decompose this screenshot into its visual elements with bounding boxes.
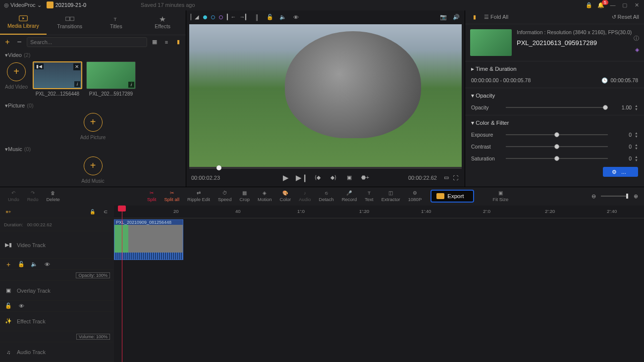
exposure-value[interactable]: 0 <box>611 132 632 138</box>
resolution-button[interactable]: ⚙1080P <box>404 190 426 202</box>
snap-start-icon[interactable]: ▎← <box>227 13 236 22</box>
color-filter-more-button[interactable]: ⚙ … <box>603 167 638 177</box>
opacity-spinner[interactable]: ▲▼ <box>635 104 638 111</box>
record-button[interactable]: 🎤Record <box>338 190 361 202</box>
opacity-value[interactable]: 1.00 <box>611 104 632 110</box>
tab-titles[interactable]: T Titles <box>93 10 140 35</box>
picture-section-header[interactable]: ▾ Picture (0) <box>5 103 181 109</box>
fit-size-button[interactable]: ▣Fit Size <box>489 190 513 202</box>
add-media-button[interactable]: + <box>3 38 12 47</box>
motion-button[interactable]: ◈Motion <box>254 190 276 202</box>
exposure-spinner[interactable]: ▲▼ <box>635 131 638 138</box>
add-video-button[interactable]: + <box>7 62 26 81</box>
tab-transitions[interactable]: Transitions <box>47 10 93 35</box>
notification-icon[interactable]: 🔔5 <box>597 2 604 8</box>
magnet-icon[interactable]: ⊂ <box>101 207 110 216</box>
track-lock-icon[interactable]: 🔓 <box>17 260 26 269</box>
export-button[interactable]: Export <box>430 190 474 203</box>
audio-button[interactable]: ♪Audio <box>295 190 315 202</box>
marker-blue[interactable] <box>211 15 215 19</box>
timeline-ruler[interactable]: 20 40 1':0 1':20 1':40 2':0 2':20 2':40 <box>114 206 644 218</box>
extractor-button[interactable]: ◫Extractor <box>377 190 404 202</box>
crop-button[interactable]: ▦Crop <box>235 190 254 202</box>
add-track-button[interactable]: ≡+ <box>4 207 13 216</box>
remove-media-button[interactable]: − <box>15 38 24 47</box>
tab-media-library[interactable]: Media Library <box>0 10 47 35</box>
panel-toggle-icon[interactable]: ▮ <box>174 38 183 47</box>
marker-tool-icon[interactable]: ▏◢ <box>190 13 199 22</box>
saturation-spinner[interactable]: ▲▼ <box>635 155 638 162</box>
project-name[interactable]: 202109-21-0 <box>55 2 86 8</box>
speed-button[interactable]: ⏱Speed <box>214 190 235 202</box>
media-thumb-1[interactable]: ▮◀ ✕ i PXL_202...1256448 <box>33 61 82 97</box>
eye-toggle-icon[interactable]: 👁 <box>291 13 300 22</box>
lock-icon[interactable]: 🔒 <box>586 1 592 8</box>
list-view-icon[interactable]: ≡ <box>162 38 171 47</box>
crop-preview-icon[interactable]: ▣ <box>345 173 354 182</box>
tab-effects[interactable]: Effects <box>139 10 186 35</box>
split-button[interactable]: ✂Split <box>143 190 160 202</box>
contrast-spinner[interactable]: ▲▼ <box>635 143 638 150</box>
contrast-value[interactable]: 0 <box>611 144 632 150</box>
media-thumb-2[interactable]: i PXL_202...5917289 <box>86 61 136 97</box>
zoom-out-button[interactable]: ⊖ <box>589 192 598 201</box>
split-all-button[interactable]: ✂Split all <box>160 190 183 202</box>
maximize-button[interactable]: ▢ <box>621 1 628 8</box>
play-button[interactable]: ▶ <box>281 173 290 182</box>
volume-toggle-icon[interactable]: 🔈 <box>278 13 287 22</box>
timeline-canvas[interactable]: 00:00:02.23 20 40 1':0 1':20 1':40 2':0 … <box>114 206 644 362</box>
next-frame-button[interactable]: ◆⟩ <box>329 173 338 182</box>
track-visible-icon[interactable]: 👁 <box>43 260 52 269</box>
undo-button[interactable]: ↶Undo <box>4 190 23 202</box>
saturation-slider[interactable] <box>506 158 608 159</box>
marker-purple[interactable] <box>219 15 223 19</box>
add-picture-button[interactable]: + <box>84 113 103 132</box>
ripple-edit-button[interactable]: ⇄Ripple Edit <box>183 190 214 202</box>
playhead[interactable] <box>122 206 122 362</box>
audio-icon[interactable]: 🔊 <box>452 13 461 22</box>
contrast-slider[interactable] <box>506 146 608 147</box>
color-picker-icon[interactable]: ◈ <box>635 47 639 52</box>
remove-thumb-button[interactable]: ✕ <box>73 63 80 70</box>
fold-all-button[interactable]: ☰ Fold All <box>484 14 508 20</box>
redo-button[interactable]: ↷Redo <box>23 190 43 202</box>
add-subtrack-button[interactable]: + <box>4 260 13 269</box>
app-menu[interactable]: ◎ VideoProc ⌄ <box>4 2 42 8</box>
volume-box[interactable]: Volume: 100% <box>76 334 110 340</box>
thumb-info-icon[interactable]: i <box>128 82 134 88</box>
video-section-header[interactable]: ▾ Video (2) <box>5 52 181 58</box>
timeline-clip[interactable]: PXL_20210909_081256448 <box>114 219 183 260</box>
thumb-info-icon[interactable]: i <box>74 81 80 87</box>
prev-frame-button[interactable]: ⟨◆ <box>313 173 322 182</box>
close-button[interactable]: ✕ <box>633 1 640 8</box>
minimize-button[interactable]: — <box>609 1 616 8</box>
pip-icon[interactable]: ▭ <box>442 173 451 182</box>
zoom-slider[interactable] <box>601 196 628 197</box>
lock-all-icon[interactable]: 🔓 <box>88 207 97 216</box>
info-icon[interactable]: ⓘ <box>634 35 639 42</box>
play-range-button[interactable]: ▶❙ <box>297 173 306 182</box>
snapshot-icon[interactable]: 📷 <box>439 13 448 22</box>
overlay-visible-icon[interactable]: 👁 <box>17 302 26 310</box>
marker-cyan[interactable] <box>203 15 207 19</box>
text-button[interactable]: TText <box>361 190 377 202</box>
add-music-button[interactable]: + <box>84 156 103 175</box>
opacity-header[interactable]: ▾ Opacity <box>471 92 638 99</box>
overlay-lock-icon[interactable]: 🔓 <box>4 302 13 310</box>
inspector-toggle-icon[interactable]: ▮ <box>470 12 479 21</box>
reset-all-button[interactable]: ↺ Reset All <box>612 14 639 20</box>
lock-toggle-icon[interactable]: 🔓 <box>266 13 274 22</box>
color-button[interactable]: 🎨Color <box>276 190 295 202</box>
time-duration-header[interactable]: ▸ Time & Duration <box>471 65 638 72</box>
snap-end-icon[interactable]: →▎ <box>240 13 249 22</box>
color-filter-header[interactable]: ▾ Color & Filter <box>471 119 638 126</box>
snap-both-icon[interactable]: ║ <box>253 13 262 22</box>
opacity-box[interactable]: Opacity: 100% <box>76 272 110 278</box>
exposure-slider[interactable] <box>506 134 608 135</box>
track-mute-icon[interactable]: 🔈 <box>30 260 39 269</box>
delete-button[interactable]: 🗑Delete <box>42 190 63 202</box>
saturation-value[interactable]: 0 <box>611 155 632 161</box>
preview-viewport[interactable] <box>189 24 462 167</box>
opacity-slider[interactable] <box>506 107 608 108</box>
add-marker-icon[interactable]: ⬣+ <box>361 173 370 182</box>
